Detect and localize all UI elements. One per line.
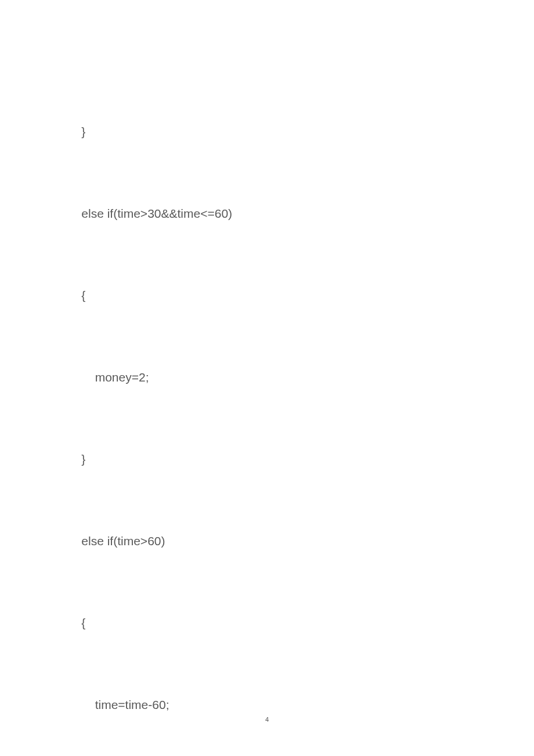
code-line: money=2; [68,363,482,391]
code-block: } else if(time>30&&time<=60) { money=2; … [68,63,482,756]
page-number: 4 [0,716,534,723]
code-line: { [68,609,482,636]
code-line: else if(time>30&&time<=60) [68,200,482,227]
document-page: } else if(time>30&&time<=60) { money=2; … [0,0,534,756]
code-line: else if(time>60) [68,527,482,555]
code-line: time=time-60; [68,691,482,718]
code-line: { [68,282,482,309]
code-line: } [68,118,482,145]
code-line: } [68,445,482,473]
